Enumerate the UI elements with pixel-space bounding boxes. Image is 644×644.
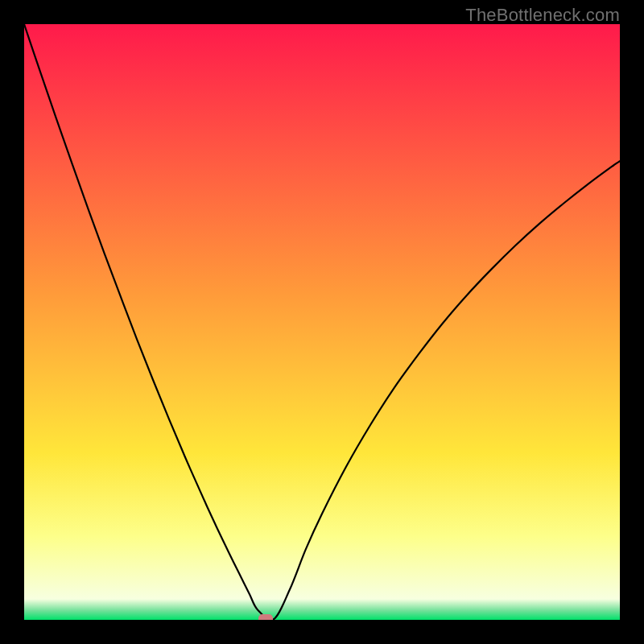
watermark-text: TheBottleneck.com [465, 5, 620, 26]
plot-area [24, 24, 620, 620]
optimal-point-marker [258, 614, 273, 620]
bottleneck-curve [24, 24, 620, 620]
chart-frame: TheBottleneck.com [0, 0, 644, 644]
